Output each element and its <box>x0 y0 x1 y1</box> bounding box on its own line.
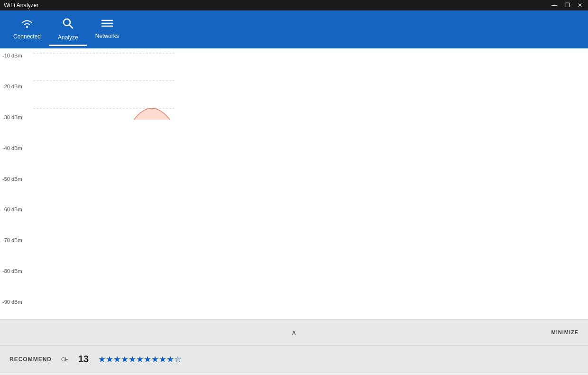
toolbar-analyze[interactable]: Analyze <box>49 13 87 46</box>
analyze-label: Analyze <box>58 34 78 41</box>
minimize-window-btn[interactable]: — <box>550 2 559 9</box>
maximize-window-btn[interactable]: ❐ <box>563 2 572 9</box>
connected-label: Connected <box>13 33 41 40</box>
y-label-20: -20 dBm <box>0 84 33 89</box>
recommend-panel: RECOMMEND CH 13 ★★★★★★★★★★☆ <box>0 345 588 373</box>
app-title: WiFi Analyzer <box>4 2 38 9</box>
wifi-icon <box>20 18 34 31</box>
y-label-30: -30 dBm <box>0 115 33 120</box>
toolbar: Connected Analyze Networks <box>0 10 588 48</box>
toolbar-networks[interactable]: Networks <box>87 15 128 45</box>
taskbar: ∧ ··· <box>0 373 588 375</box>
svg-line-2 <box>69 25 73 28</box>
stars-display: ★★★★★★★★★★☆ <box>98 354 182 365</box>
y-label-10: -10 dBm <box>0 53 33 58</box>
matthafner-signal <box>33 108 175 120</box>
signal-chart: matthafner.com Use me! hafnerNET Please … <box>33 48 175 120</box>
networks-label: Networks <box>95 33 119 39</box>
ch-label: CH <box>61 356 69 362</box>
y-label-70: -70 dBm <box>0 238 33 243</box>
toolbar-connected[interactable]: Connected <box>5 14 49 45</box>
y-label-80: -80 dBm <box>0 269 33 274</box>
analyze-icon <box>62 17 74 32</box>
recommend-label: RECOMMEND <box>9 356 52 363</box>
y-label-40: -40 dBm <box>0 146 33 151</box>
title-bar: WiFi Analyzer — ❐ ✕ <box>0 0 588 10</box>
svg-point-0 <box>26 26 28 28</box>
collapse-panel: ∧ MINIMIZE <box>0 319 588 345</box>
y-label-50: -50 dBm <box>0 177 33 182</box>
chevron-up-icon[interactable]: ∧ <box>291 328 297 337</box>
ch-value: 13 <box>78 354 89 365</box>
y-label-60: -60 dBm <box>0 207 33 212</box>
chart-area: -10 dBm -20 dBm -30 dBm -40 dBm -50 dBm … <box>0 48 588 319</box>
y-label-90: -90 dBm <box>0 300 33 305</box>
networks-icon <box>101 19 113 31</box>
y-axis: -10 dBm -20 dBm -30 dBm -40 dBm -50 dBm … <box>0 48 33 319</box>
window-controls: — ❐ ✕ <box>550 2 584 9</box>
close-window-btn[interactable]: ✕ <box>576 2 584 9</box>
minimize-btn[interactable]: MINIMIZE <box>551 329 579 335</box>
